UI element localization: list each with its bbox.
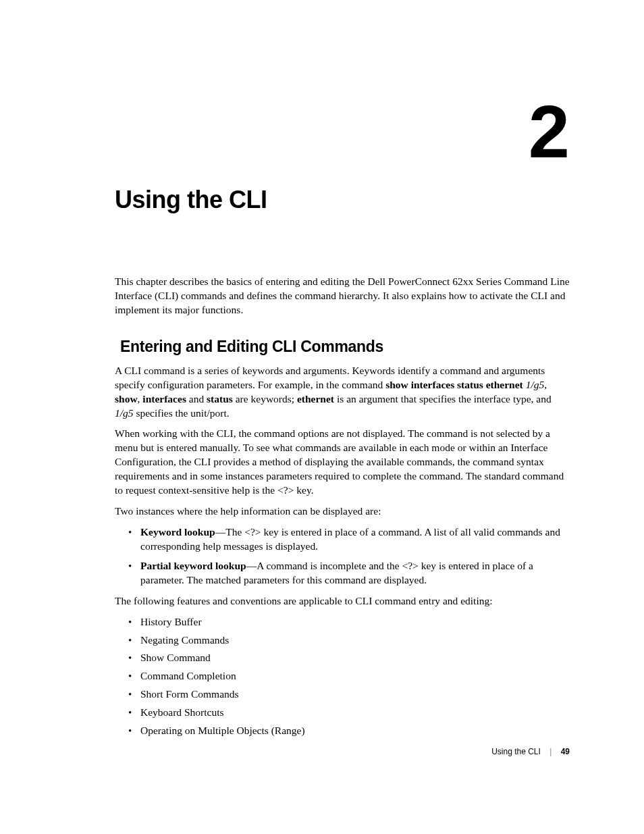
text: is an argument that specifies the interf… (334, 393, 552, 405)
bold-text: Partial keyword lookup (140, 560, 246, 571)
italic-text: 1/g5 (526, 379, 545, 390)
paragraph-cli-options: When working with the CLI, the command o… (115, 427, 570, 498)
text: specifies the unit/port. (134, 407, 230, 419)
paragraph-command-definition: A CLI command is a series of keywords an… (115, 364, 570, 421)
list-item: Short Form Commands (140, 687, 570, 702)
help-list: Keyword lookup—The <?> key is entered in… (115, 525, 570, 588)
bold-text: interfaces (142, 393, 186, 405)
text: and (186, 393, 207, 405)
list-item: Show Command (140, 651, 570, 665)
list-item: Keyword lookup—The <?> key is entered in… (140, 525, 570, 554)
section-heading: Entering and Editing CLI Commands (120, 338, 570, 356)
list-item: Command Completion (140, 669, 570, 683)
paragraph-help-intro: Two instances where the help information… (115, 504, 570, 519)
list-item: Negating Commands (140, 633, 570, 648)
bold-text: show (115, 393, 138, 405)
features-list: History Buffer Negating Commands Show Co… (115, 615, 570, 738)
list-item: Operating on Multiple Objects (Range) (140, 724, 570, 738)
list-item: Partial keyword lookup—A command is inco… (140, 559, 570, 588)
page-footer: Using the CLI | 49 (491, 747, 570, 756)
text: are keywords; (233, 393, 297, 405)
footer-title: Using the CLI (491, 747, 541, 756)
footer-separator: | (549, 747, 552, 756)
bold-text: status (207, 393, 233, 405)
bold-text: ethernet (297, 393, 334, 405)
footer-page-number: 49 (561, 747, 570, 756)
list-item: Keyboard Shortcuts (140, 706, 570, 720)
bold-text: show interfaces status ethernet (385, 379, 523, 390)
chapter-title: Using the CLI (115, 186, 570, 214)
paragraph-features-intro: The following features and conventions a… (115, 594, 570, 608)
document-page: 2 Using the CLI This chapter describes t… (0, 0, 644, 834)
bold-text: Keyword lookup (140, 526, 215, 538)
list-item: History Buffer (140, 615, 570, 629)
intro-paragraph: This chapter describes the basics of ent… (115, 275, 570, 317)
italic-text: 1/g5 (115, 407, 134, 419)
chapter-number: 2 (529, 95, 570, 169)
text: , (544, 379, 547, 390)
